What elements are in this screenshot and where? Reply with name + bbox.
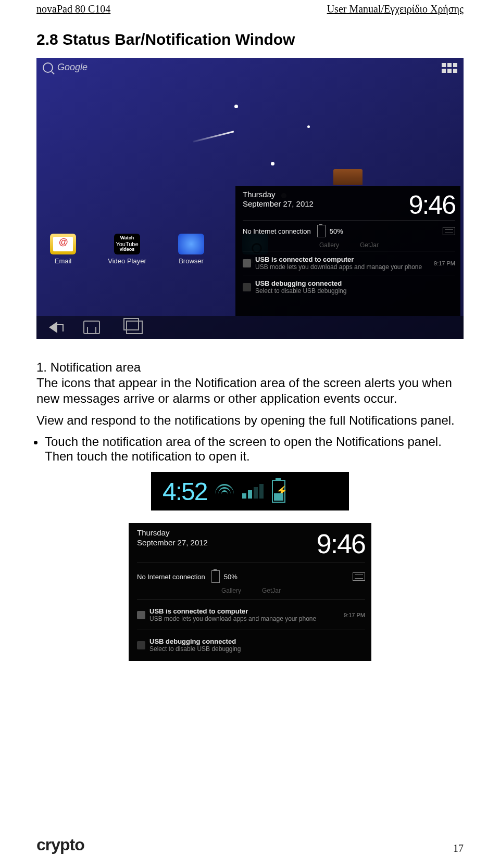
para2: View and respond to the notifications by… [36,413,464,428]
signal-icon [242,484,264,499]
globe-icon [178,234,204,254]
search-label: Google [57,62,88,73]
dock-browser[interactable]: Browser [171,234,211,265]
usb-title: USB is connected to computer [255,256,430,263]
dock-label: Browser [179,257,204,265]
search-icon [43,62,53,73]
page-header: novaPad 80 C104 User Manual/Εγχειρίδιο Χ… [0,0,500,15]
page-number: 17 [453,843,464,854]
debug-title: USB debugging connected [255,279,455,287]
battery-icon [211,570,220,583]
debug-icon [243,283,251,291]
battery-charging-icon: ⚡ [272,480,285,503]
debug-subtitle: Select to disable USB debugging [255,287,455,295]
panel3-debug-subtitle: Select to disable USB debugging [149,645,365,653]
recent-apps-icon[interactable] [126,321,143,334]
screenshot-notification-panel: Thursday September 27, 2012 9:46 No Inte… [129,523,371,661]
panel-date: September 27, 2012 [243,199,314,209]
usb-time: 9:17 PM [434,260,455,266]
panel3-row-connectivity[interactable]: No Internet connection 50% [137,566,365,587]
screenshot-home-with-panel: Google Email Watch YouTube videos Video … [36,58,464,339]
wifi-icon [215,484,234,499]
section-title: 2.8 Status Bar/Notification Window [36,31,464,48]
home-icon[interactable] [83,321,100,334]
panel3-usb-title: USB is connected to computer [149,607,340,615]
apps-grid-icon[interactable] [442,63,457,73]
battery-pct: 50% [330,227,343,235]
panel3-no-internet: No Internet connection [137,573,205,581]
dock-email[interactable]: Email [43,234,83,265]
panel-dock-ghost: Gallery GetJar [243,241,455,251]
panel3-date: September 27, 2012 [137,538,208,548]
panel3-battery-pct: 50% [224,573,238,581]
email-icon [50,234,76,254]
bullet-open-panel: Touch the notification area of the scree… [45,435,464,464]
settings-sliders-icon[interactable] [443,227,455,235]
para1-body: The icons that appear in the Notificatio… [36,376,452,405]
books-widget-icon [333,169,362,185]
panel-row-debug[interactable]: USB debugging connected Select to disabl… [243,275,455,299]
statusbar-clock: 4:52 [162,477,207,506]
panel3-debug-title: USB debugging connected [149,637,365,645]
back-icon[interactable] [49,322,57,333]
dock-label: Email [55,257,72,265]
panel3-row-usb[interactable]: USB is connected to computer USB mode le… [137,603,365,627]
header-right: User Manual/Εγχειρίδιο Χρήσης [327,3,464,15]
screenshot-status-bar: 4:52 ⚡ [151,472,349,510]
page-footer: crypto 17 [36,835,464,854]
panel3-dock-ghost: Gallery GetJar [137,587,365,596]
dock-label: Video Player [108,257,146,265]
header-left: novaPad 80 C104 [36,3,110,15]
usb-icon [137,611,145,619]
panel-day: Thursday [243,190,314,199]
panel3-day: Thursday [137,528,208,538]
notification-panel[interactable]: Thursday September 27, 2012 9:46 No Inte… [235,186,460,316]
youtube-icon: Watch YouTube videos [114,234,140,254]
usb-icon [243,259,251,267]
dock-video-player[interactable]: Watch YouTube videos Video Player [107,234,147,265]
battery-icon [317,225,326,237]
settings-sliders-icon[interactable] [353,572,365,581]
panel-row-connectivity[interactable]: No Internet connection 50% [243,220,455,241]
usb-subtitle: USB mode lets you download apps and mana… [255,263,430,271]
panel3-row-debug[interactable]: USB debugging connected Select to disabl… [137,633,365,657]
panel3-clock: 9:46 [220,528,365,559]
brand-logo: crypto [36,835,84,854]
para1-label: 1. Notification area [36,360,141,374]
panel3-usb-time: 9:17 PM [344,612,365,618]
panel-clock: 9:46 [329,190,455,220]
debug-icon [137,641,145,649]
panel3-usb-subtitle: USB mode lets you download apps and mana… [149,615,340,622]
no-internet-label: No Internet connection [243,227,311,235]
system-navbar [36,316,464,339]
search-bar[interactable]: Google [43,62,88,73]
panel-row-usb[interactable]: USB is connected to computer USB mode le… [243,251,455,275]
